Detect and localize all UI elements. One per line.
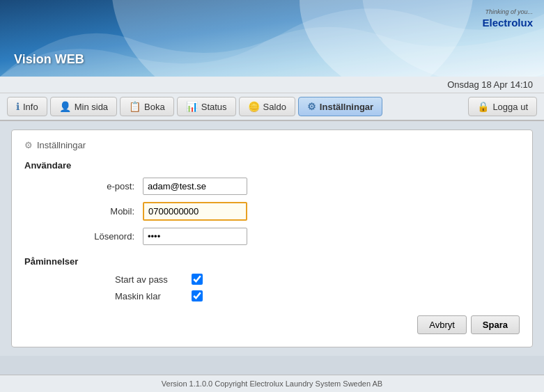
losenord-field-group: Lösenord: — [80, 228, 520, 245]
section-gear-icon: ⚙ — [24, 140, 33, 150]
header: Vision WEB Thinking of you... Electrolux — [0, 0, 544, 77]
logout-button[interactable]: 🔒 Logga ut — [468, 97, 537, 116]
nav-saldo-label: Saldo — [263, 102, 286, 112]
info-icon: ℹ — [16, 101, 20, 112]
reminders-section: Påminnelser Start av pass Maskin klar — [24, 256, 520, 301]
user-icon: 👤 — [59, 101, 71, 112]
email-label: e-post: — [80, 181, 143, 191]
mobil-input[interactable] — [143, 202, 247, 221]
settings-panel: ⚙ Inställningar Användare e-post: Mobil:… — [11, 130, 533, 347]
footer-text: Version 1.1.0.0 Copyright Electrolux Lau… — [162, 379, 382, 388]
start-av-pass-label: Start av pass — [115, 274, 192, 285]
start-av-pass-row: Start av pass — [115, 274, 520, 285]
maskin-klar-row: Maskin klar — [115, 290, 520, 301]
nav-saldo-button[interactable]: 🪙 Saldo — [239, 97, 295, 116]
losenord-label: Lösenord: — [80, 231, 143, 242]
email-input[interactable] — [143, 178, 247, 195]
app-title: Vision WEB — [14, 52, 84, 67]
section-title: Inställningar — [37, 140, 86, 150]
paminnelser-label: Påminnelser — [24, 256, 520, 267]
coin-icon: 🪙 — [248, 101, 260, 112]
nav-boka-label: Boka — [144, 102, 165, 112]
losenord-input[interactable] — [143, 228, 247, 245]
save-button[interactable]: Spara — [471, 315, 520, 334]
footer-buttons: Avbryt Spara — [24, 315, 520, 334]
calendar-icon: 📋 — [129, 101, 141, 112]
nav-installningar-label: Inställningar — [320, 102, 373, 112]
nav-info-label: Info — [23, 102, 38, 112]
electrolux-logo: Thinking of you... Electrolux — [482, 8, 533, 29]
logout-label: Logga ut — [492, 102, 528, 112]
datetime-bar: Onsdag 18 Apr 14:10 — [0, 77, 544, 93]
nav-info-button[interactable]: ℹ Info — [7, 97, 47, 116]
maskin-klar-label: Maskin klar — [115, 291, 192, 301]
nav-installningar-button[interactable]: ⚙ Inställningar — [298, 97, 382, 116]
nav-boka-button[interactable]: 📋 Boka — [120, 97, 174, 116]
logo-tagline: Thinking of you... — [485, 8, 533, 15]
nav-status-label: Status — [201, 102, 227, 112]
nav-min-sida-button[interactable]: 👤 Min sida — [50, 97, 117, 116]
navbar: ℹ Info 👤 Min sida 📋 Boka 📊 Status 🪙 Sald… — [0, 93, 544, 121]
anvandare-label: Användare — [24, 160, 520, 171]
main-content: ⚙ Inställningar Användare e-post: Mobil:… — [0, 121, 544, 356]
email-field-group: e-post: — [80, 178, 520, 195]
gear-icon: ⚙ — [307, 101, 316, 112]
nav-min-sida-label: Min sida — [75, 102, 108, 112]
datetime-label: Onsdag 18 Apr 14:10 — [447, 79, 533, 90]
cancel-button[interactable]: Avbryt — [417, 315, 467, 334]
logo-brand: Electrolux — [482, 17, 533, 29]
start-av-pass-checkbox[interactable] — [192, 274, 203, 285]
lock-icon: 🔒 — [477, 101, 489, 112]
maskin-klar-checkbox[interactable] — [192, 290, 203, 301]
section-header: ⚙ Inställningar — [24, 140, 520, 150]
mobil-field-group: Mobil: — [80, 202, 520, 221]
page-footer: Version 1.1.0.0 Copyright Electrolux Lau… — [0, 375, 544, 392]
nav-status-button[interactable]: 📊 Status — [177, 97, 236, 116]
status-icon: 📊 — [186, 101, 198, 112]
mobil-label: Mobil: — [80, 206, 143, 217]
